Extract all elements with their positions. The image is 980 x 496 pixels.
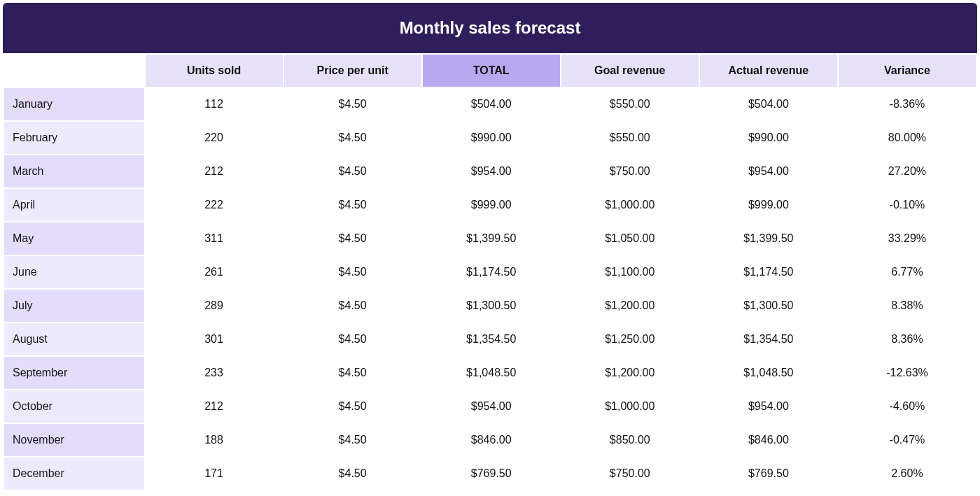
cell-goal-revenue: $750.00 <box>561 155 699 187</box>
cell-goal-revenue: $1,000.00 <box>561 189 699 221</box>
table-row: October212$4.50$954.00$1,000.00$954.00-4… <box>4 390 976 423</box>
cell-month: May <box>4 222 144 255</box>
header-variance: Variance <box>839 55 976 87</box>
cell-month: November <box>4 424 144 456</box>
cell-goal-revenue: $750.00 <box>561 458 699 490</box>
cell-actual-revenue: $1,354.50 <box>700 323 837 355</box>
cell-price-per-unit: $4.50 <box>284 88 421 120</box>
cell-variance: -0.47% <box>839 424 976 456</box>
table-row: April222$4.50$999.00$1,000.00$999.00-0.1… <box>4 189 976 221</box>
cell-price-per-unit: $4.50 <box>284 290 421 322</box>
cell-goal-revenue: $1,200.00 <box>561 290 699 322</box>
cell-variance: 6.77% <box>839 256 976 288</box>
cell-actual-revenue: $846.00 <box>700 424 837 456</box>
header-total: TOTAL <box>423 55 560 87</box>
cell-goal-revenue: $550.00 <box>561 88 699 120</box>
cell-goal-revenue: $1,000.00 <box>561 390 699 423</box>
table-row: September233$4.50$1,048.50$1,200.00$1,04… <box>4 357 976 389</box>
cell-units-sold: 171 <box>146 458 283 490</box>
table-row: March212$4.50$954.00$750.00$954.0027.20% <box>4 155 976 187</box>
cell-total: $954.00 <box>423 155 560 187</box>
header-blank <box>4 55 144 87</box>
table-row: May311$4.50$1,399.50$1,050.00$1,399.5033… <box>4 222 976 255</box>
cell-actual-revenue: $954.00 <box>700 155 837 187</box>
table-row: February220$4.50$990.00$550.00$990.0080.… <box>4 122 976 154</box>
cell-month: July <box>4 290 144 322</box>
table-row: December171$4.50$769.50$750.00$769.502.6… <box>4 458 976 490</box>
cell-month: February <box>4 122 144 154</box>
cell-units-sold: 289 <box>146 290 283 322</box>
cell-month: March <box>4 155 144 187</box>
cell-units-sold: 222 <box>146 189 283 221</box>
header-actual-revenue: Actual revenue <box>700 55 837 87</box>
cell-variance: 8.36% <box>839 323 976 355</box>
cell-goal-revenue: $850.00 <box>561 424 699 456</box>
cell-month: June <box>4 256 144 288</box>
cell-variance: 33.29% <box>839 222 976 255</box>
cell-actual-revenue: $504.00 <box>700 88 837 120</box>
cell-variance: -8.36% <box>839 88 976 120</box>
cell-price-per-unit: $4.50 <box>284 323 421 355</box>
cell-total: $504.00 <box>423 88 560 120</box>
cell-price-per-unit: $4.50 <box>284 390 421 423</box>
cell-actual-revenue: $1,048.50 <box>700 357 837 389</box>
cell-units-sold: 301 <box>146 323 283 355</box>
cell-total: $769.50 <box>423 458 560 490</box>
cell-total: $1,048.50 <box>423 357 560 389</box>
table-header-row: Units sold Price per unit TOTAL Goal rev… <box>4 55 976 87</box>
cell-units-sold: 188 <box>146 424 283 456</box>
cell-units-sold: 311 <box>146 222 283 255</box>
cell-actual-revenue: $1,399.50 <box>700 222 837 255</box>
cell-variance: 8.38% <box>839 290 976 322</box>
cell-month: August <box>4 323 144 355</box>
table-row: June261$4.50$1,174.50$1,100.00$1,174.506… <box>4 256 976 288</box>
cell-goal-revenue: $1,250.00 <box>561 323 699 355</box>
header-goal-revenue: Goal revenue <box>561 55 699 87</box>
cell-price-per-unit: $4.50 <box>284 122 421 154</box>
table-row: January112$4.50$504.00$550.00$504.00-8.3… <box>4 88 976 120</box>
cell-total: $1,300.50 <box>423 290 560 322</box>
cell-variance: 27.20% <box>839 155 976 187</box>
cell-actual-revenue: $1,300.50 <box>700 290 837 322</box>
cell-total: $990.00 <box>423 122 560 154</box>
table-row: November188$4.50$846.00$850.00$846.00-0.… <box>4 424 976 456</box>
cell-goal-revenue: $1,100.00 <box>561 256 699 288</box>
cell-actual-revenue: $1,174.50 <box>700 256 837 288</box>
cell-total: $1,399.50 <box>423 222 560 255</box>
cell-variance: 80.00% <box>839 122 976 154</box>
cell-total: $1,354.50 <box>423 323 560 355</box>
table-row: August301$4.50$1,354.50$1,250.00$1,354.5… <box>4 323 976 355</box>
sales-forecast-table: Units sold Price per unit TOTAL Goal rev… <box>3 53 977 491</box>
cell-units-sold: 233 <box>146 357 283 389</box>
cell-variance: -4.60% <box>839 390 976 423</box>
cell-variance: 2.60% <box>839 458 976 490</box>
cell-total: $954.00 <box>423 390 560 423</box>
cell-price-per-unit: $4.50 <box>284 458 421 490</box>
cell-units-sold: 112 <box>146 88 283 120</box>
cell-units-sold: 212 <box>146 390 283 423</box>
cell-month: December <box>4 458 144 490</box>
cell-variance: -12.63% <box>839 357 976 389</box>
cell-goal-revenue: $1,200.00 <box>561 357 699 389</box>
page-title: Monthly sales forecast <box>3 3 977 53</box>
table-row: July289$4.50$1,300.50$1,200.00$1,300.508… <box>4 290 976 322</box>
cell-price-per-unit: $4.50 <box>284 222 421 255</box>
cell-units-sold: 212 <box>146 155 283 187</box>
cell-actual-revenue: $990.00 <box>700 122 837 154</box>
cell-month: September <box>4 357 144 389</box>
cell-actual-revenue: $769.50 <box>700 458 837 490</box>
cell-total: $846.00 <box>423 424 560 456</box>
cell-goal-revenue: $550.00 <box>561 122 699 154</box>
cell-goal-revenue: $1,050.00 <box>561 222 699 255</box>
cell-price-per-unit: $4.50 <box>284 155 421 187</box>
header-price-per-unit: Price per unit <box>284 55 421 87</box>
cell-price-per-unit: $4.50 <box>284 357 421 389</box>
cell-actual-revenue: $954.00 <box>700 390 837 423</box>
cell-price-per-unit: $4.50 <box>284 256 421 288</box>
cell-price-per-unit: $4.50 <box>284 424 421 456</box>
cell-total: $1,174.50 <box>423 256 560 288</box>
cell-units-sold: 261 <box>146 256 283 288</box>
cell-actual-revenue: $999.00 <box>700 189 837 221</box>
cell-month: April <box>4 189 144 221</box>
cell-variance: -0.10% <box>839 189 976 221</box>
